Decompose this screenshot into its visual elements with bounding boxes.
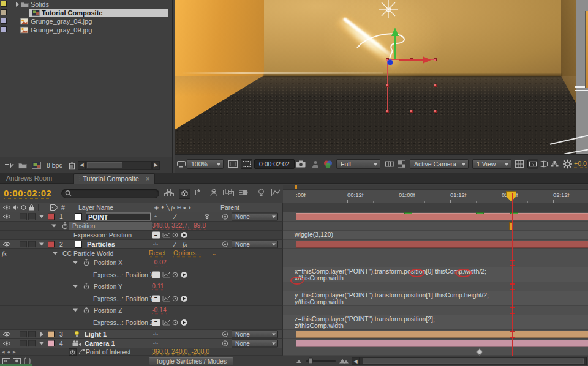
work-area-bar[interactable]	[283, 185, 588, 190]
property-value[interactable]: 360.0, 240.0, -208.0	[152, 348, 209, 356]
expander-icon[interactable]	[73, 285, 78, 291]
layer-name-column-header[interactable]: Layer Name	[78, 204, 113, 211]
collapse-switch[interactable]: -+-	[153, 332, 157, 337]
motion-blur-icon[interactable]	[239, 189, 249, 196]
parent-pickwhip-icon[interactable]	[222, 331, 228, 338]
layer-marker[interactable]	[476, 212, 484, 214]
layer-duration-bar[interactable]	[296, 213, 588, 220]
row-track-lane[interactable]: y=thisComp.layer("POINT").transform.posi…	[283, 291, 588, 306]
property-name[interactable]: Position X	[94, 260, 123, 266]
parent-dropdown[interactable]: None	[232, 340, 278, 348]
expression-graph-icon[interactable]	[162, 296, 170, 302]
layer-duration-bar[interactable]	[296, 241, 588, 248]
label-chip[interactable]	[1, 18, 7, 24]
row-track-lane[interactable]	[283, 249, 588, 258]
search-input[interactable]	[61, 189, 159, 198]
collapse-switch[interactable]: -+-	[153, 214, 157, 219]
hide-shy-layers-icon[interactable]	[209, 189, 218, 196]
layer-marker[interactable]	[404, 212, 412, 214]
camera-view-dropdown[interactable]: Active Camera	[410, 159, 469, 169]
label-chip[interactable]	[48, 214, 55, 220]
eye-icon[interactable]	[2, 341, 11, 346]
expression-pickwhip-icon[interactable]	[172, 272, 178, 278]
property-name[interactable]: Position Z	[94, 307, 123, 314]
brainstorm-icon[interactable]	[257, 189, 265, 197]
share-view-icon[interactable]	[527, 160, 538, 169]
interpret-footage-icon[interactable]	[4, 162, 14, 169]
property-name[interactable]: Position	[72, 223, 95, 230]
expander-icon[interactable]	[51, 225, 56, 230]
layer-marker[interactable]	[510, 212, 518, 214]
label-chip[interactable]	[48, 331, 55, 338]
ruler-body[interactable]: :00f00:12f01:00f01:12f02:00f02:12f	[283, 190, 588, 203]
label-chip[interactable]	[48, 340, 55, 347]
solo-cell[interactable]	[20, 340, 27, 347]
parent-pickwhip-icon[interactable]	[222, 214, 228, 220]
eye-icon[interactable]	[2, 242, 11, 247]
expression-pickwhip-icon[interactable]	[172, 319, 178, 326]
expression-code[interactable]: z=thisComp.layer("POINT").transform.posi…	[295, 316, 435, 329]
tab-tutorial-composite[interactable]: ⋮⋮ Tutorial Composite ×	[74, 173, 155, 184]
always-preview-icon[interactable]	[177, 160, 186, 168]
expander-icon[interactable]	[39, 215, 44, 221]
scrollbar-thumb[interactable]	[363, 359, 584, 364]
parent-dropdown[interactable]: None	[232, 213, 278, 221]
3d-axis-gizmo[interactable]	[377, 24, 438, 67]
row-track-lane[interactable]	[283, 348, 588, 356]
region-of-interest-icon[interactable]	[241, 159, 252, 169]
effect-about-link[interactable]: ..	[213, 250, 216, 256]
label-chip[interactable]	[1, 26, 7, 32]
scrollbar-thumb[interactable]	[87, 162, 123, 168]
expander-icon[interactable]	[53, 252, 58, 258]
expression-pickwhip-icon[interactable]	[172, 296, 178, 302]
lock-cell[interactable]	[28, 331, 36, 338]
layer-duration-bar[interactable]	[296, 340, 588, 347]
eye-icon[interactable]	[2, 332, 11, 337]
expression-graph-icon[interactable]	[162, 319, 170, 326]
solo-cell[interactable]	[20, 214, 27, 220]
property-name[interactable]: Position Y	[94, 283, 123, 290]
timeline-scroll-left-arrow[interactable]: ◀	[352, 357, 360, 365]
row-track-lane[interactable]	[283, 330, 588, 339]
tab-close-icon[interactable]: ×	[146, 175, 149, 182]
graph-editor-icon[interactable]	[271, 189, 281, 196]
label-chip[interactable]	[1, 1, 7, 7]
label-chip[interactable]	[1, 9, 7, 15]
expression-graph-icon[interactable]	[162, 232, 170, 238]
lock-cell[interactable]	[28, 214, 36, 220]
composition-canvas[interactable]	[175, 0, 576, 154]
project-item[interactable]: Grunge_gray_04.jpg	[0, 17, 172, 26]
expression-menu-icon[interactable]	[181, 319, 187, 326]
show-snapshot-icon[interactable]	[312, 160, 319, 168]
pixel-aspect-icon[interactable]	[385, 160, 394, 168]
effect-name[interactable]: CC Particle World	[62, 250, 113, 257]
snapshot-camera-icon[interactable]	[296, 160, 306, 168]
parent-dropdown[interactable]: None	[232, 241, 278, 248]
exposure-icon[interactable]	[563, 160, 572, 169]
draft-3d-icon[interactable]	[179, 189, 190, 199]
stopwatch-enabled-icon[interactable]	[69, 348, 77, 356]
grid-guides-icon[interactable]	[515, 160, 524, 168]
collapse-switch[interactable]: -+-	[153, 242, 157, 247]
comp-mini-flowchart-icon[interactable]	[164, 189, 174, 196]
parent-pickwhip-icon[interactable]	[222, 340, 228, 347]
layer-name[interactable]: Particles	[87, 241, 115, 248]
expander-icon[interactable]	[40, 332, 46, 337]
expander-icon[interactable]	[73, 309, 78, 315]
expression-enable-icon[interactable]: =	[152, 319, 160, 326]
project-item[interactable]: Solids	[0, 0, 172, 9]
effects-switch[interactable]: fx	[183, 241, 187, 248]
timeline-h-scrollbar[interactable]	[360, 357, 587, 365]
property-value[interactable]: 0.11	[152, 283, 164, 290]
property-value[interactable]: -0.14	[152, 307, 167, 314]
transparency-grid-icon[interactable]	[398, 160, 405, 168]
timeline-zoom-slider[interactable]	[306, 360, 336, 362]
layer-name[interactable]: Camera 1	[85, 340, 115, 347]
effect-fx-badge[interactable]: fx	[2, 250, 7, 257]
frame-blending-icon[interactable]	[223, 189, 234, 196]
row-track-lane[interactable]	[283, 222, 588, 231]
scroll-right-arrow[interactable]: ▶	[152, 161, 160, 170]
playhead-line[interactable]	[512, 193, 513, 356]
layer-name[interactable]: Light 1	[85, 331, 107, 338]
expander-icon[interactable]	[39, 342, 44, 348]
